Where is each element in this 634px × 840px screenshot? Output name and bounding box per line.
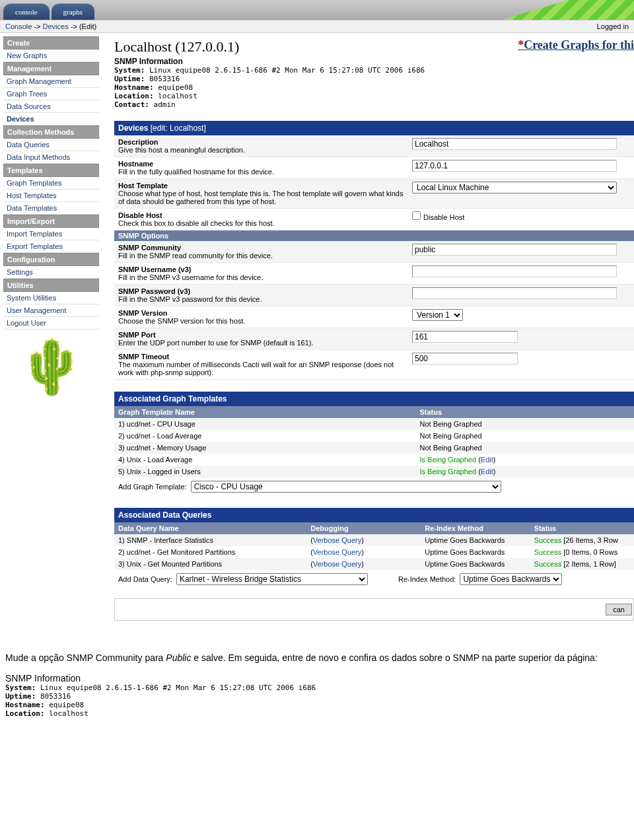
snmp-uptime: Uptime: 8053316 — [114, 75, 634, 83]
bottom-system: System: Linux equipe08 2.6.15-1-686 #2 M… — [5, 683, 629, 692]
sidebar-data-templates[interactable]: Data Templates — [3, 202, 99, 215]
edit-link[interactable]: Edit — [481, 456, 493, 464]
add-data-row: Add Data Query: Karlnet - Wireless Bridg… — [114, 570, 634, 588]
verbose-query-link[interactable]: Verbose Query — [313, 548, 361, 556]
sidebar-user-management[interactable]: User Management — [3, 304, 99, 317]
sidebar-graph-trees[interactable]: Graph Trees — [3, 88, 99, 100]
port-help: Enter the UDP port number to use for SNM… — [118, 339, 314, 347]
hostname-label: Hostname — [118, 160, 153, 168]
sidebar-graph-management[interactable]: Graph Management — [3, 75, 99, 88]
ver-help: Choose the SNMP version for this host. — [118, 317, 245, 325]
bottom-uptime: Uptime: 8053316 — [5, 692, 629, 701]
desc-label: Description — [118, 138, 158, 146]
sidebar-settings[interactable]: Settings — [3, 266, 99, 279]
verbose-query-link[interactable]: Verbose Query — [313, 560, 361, 568]
table-row: 3) ucd/net - Memory UsageNot Being Graph… — [114, 442, 634, 454]
assoc-data-header: Associated Data Queries — [114, 508, 634, 522]
table-row: 3) Unix - Get Mounted Partitions(Verbose… — [114, 558, 634, 570]
snmp-version-select[interactable]: Version 1 — [412, 309, 463, 321]
snmp-hostname: Hostname: equipe08 — [114, 83, 634, 92]
table-row: 2) ucd/net - Load AverageNot Being Graph… — [114, 430, 634, 442]
timeout-label: SNMP Timeout — [118, 353, 169, 361]
tab-console[interactable]: console — [3, 3, 50, 20]
description-input[interactable] — [412, 138, 617, 150]
sidebar-import-templates[interactable]: Import Templates — [3, 228, 99, 240]
sidebar-system-utilities[interactable]: System Utilities — [3, 292, 99, 304]
verbose-query-link[interactable]: Verbose Query — [313, 536, 361, 544]
snmp-options-header: SNMP Options — [114, 230, 634, 241]
disable-chk-label: Disable Host — [423, 213, 464, 221]
content: *Create Graphs for thi Localhost (127.0.… — [102, 33, 634, 626]
add-data-select[interactable]: Karlnet - Wireless Bridge Statistics — [176, 573, 368, 585]
pass-label: SNMP Password (v3) — [118, 287, 190, 295]
hosttmpl-help: Choose what type of host, host template … — [118, 190, 403, 205]
add-data-label: Add Data Query: — [118, 575, 172, 583]
snmp-port-input[interactable] — [412, 331, 518, 343]
sidebar-data-input-methods[interactable]: Data Input Methods — [3, 151, 99, 164]
col-data-name: Data Query Name — [114, 522, 306, 534]
assoc-data-table: Data Query Name Debugging Re-Index Metho… — [114, 522, 634, 570]
table-row: 1) ucd/net - CPU UsageNot Being Graphed — [114, 418, 634, 430]
comm-label: SNMP Community — [118, 244, 181, 252]
sidebar-header-create: Create — [3, 36, 99, 50]
sidebar-data-queries[interactable]: Data Queries — [3, 139, 99, 151]
col-graph-name: Graph Template Name — [114, 406, 415, 418]
edit-link[interactable]: Edit — [481, 468, 493, 475]
hosttmpl-label: Host Template — [118, 182, 168, 190]
snmp-username-input[interactable] — [412, 265, 617, 277]
sidebar-header-importexport: Import/Export — [3, 215, 99, 228]
table-row: 1) SNMP - Interface Statistics(Verbose Q… — [114, 534, 634, 546]
snmp-location: Location: localhost — [114, 92, 634, 100]
col-data-reindex: Re-Index Method — [421, 522, 530, 534]
hostname-help: Fill in the fully qualified hostname for… — [118, 168, 274, 176]
user-label: SNMP Username (v3) — [118, 265, 191, 273]
ver-label: SNMP Version — [118, 309, 167, 317]
desc-help: Give this host a meaningful description. — [118, 146, 245, 154]
table-row: 4) Unix - Load AverageIs Being Graphed (… — [114, 454, 634, 466]
table-row: 5) Unix - Logged in UsersIs Being Graphe… — [114, 466, 634, 477]
hostname-input[interactable] — [412, 160, 617, 172]
comm-help: Fill in the SNMP read community for this… — [118, 252, 273, 260]
breadcrumb-devices[interactable]: Devices — [43, 22, 69, 30]
reindex-label: Re-Index Method: — [398, 575, 456, 583]
reindex-select[interactable]: Uptime Goes Backwards — [460, 573, 562, 585]
sidebar-devices[interactable]: Devices — [3, 113, 99, 125]
col-data-debug: Debugging — [306, 522, 421, 534]
snmp-timeout-input[interactable] — [412, 353, 518, 365]
create-graphs-link[interactable]: *Create Graphs for thi — [518, 38, 634, 52]
sidebar-new-graphs[interactable]: New Graphs — [3, 50, 99, 62]
col-data-status: Status — [530, 522, 634, 534]
logged-in-label: Logged in — [597, 22, 629, 30]
cactus-icon: 🌵 — [3, 336, 99, 398]
sidebar-header-utilities: Utilities — [3, 279, 99, 292]
add-graph-label: Add Graph Template: — [118, 483, 187, 491]
user-help: Fill in the SNMP v3 username for this de… — [118, 273, 263, 281]
sidebar-data-sources[interactable]: Data Sources — [3, 100, 99, 113]
host-template-select[interactable]: Local Linux Machine — [412, 182, 617, 193]
disable-host-checkbox[interactable] — [412, 211, 421, 220]
sidebar-host-templates[interactable]: Host Templates — [3, 190, 99, 202]
bottom-snmp-title: SNMP Information — [5, 673, 629, 683]
breadcrumb: Console -> Devices -> (Edit) Logged in — [0, 20, 634, 33]
cancel-button[interactable]: can — [606, 604, 632, 615]
sidebar-header-management: Management — [3, 62, 99, 75]
tab-graphs[interactable]: graphs — [52, 3, 94, 20]
port-label: SNMP Port — [118, 331, 156, 339]
devices-panel-header: Devices [edit: Localhost] — [114, 121, 634, 135]
add-graph-row: Add Graph Template: Cisco - CPU Usage — [114, 477, 634, 496]
breadcrumb-console[interactable]: Console — [5, 22, 32, 30]
sidebar-graph-templates[interactable]: Graph Templates — [3, 177, 99, 190]
snmp-info-title: SNMP Information — [114, 57, 634, 66]
add-graph-select[interactable]: Cisco - CPU Usage — [191, 481, 501, 493]
pass-help: Fill in the SNMP v3 password for this de… — [118, 295, 262, 303]
instruction-text: Mude a opção SNMP Community para Public … — [5, 652, 629, 663]
snmp-system: System: Linux equipe08 2.6.15-1-686 #2 M… — [114, 66, 634, 75]
snmp-community-input[interactable] — [412, 244, 617, 256]
top-tab-bar: console graphs — [0, 0, 634, 20]
disable-help: Check this box to disable all checks for… — [118, 219, 275, 227]
bottom-location: Location: localhost — [5, 709, 629, 718]
assoc-graph-header: Associated Graph Templates — [114, 392, 634, 406]
sidebar-export-templates[interactable]: Export Templates — [3, 240, 99, 253]
snmp-password-input[interactable] — [412, 287, 617, 299]
sidebar-logout-user[interactable]: Logout User — [3, 317, 99, 330]
